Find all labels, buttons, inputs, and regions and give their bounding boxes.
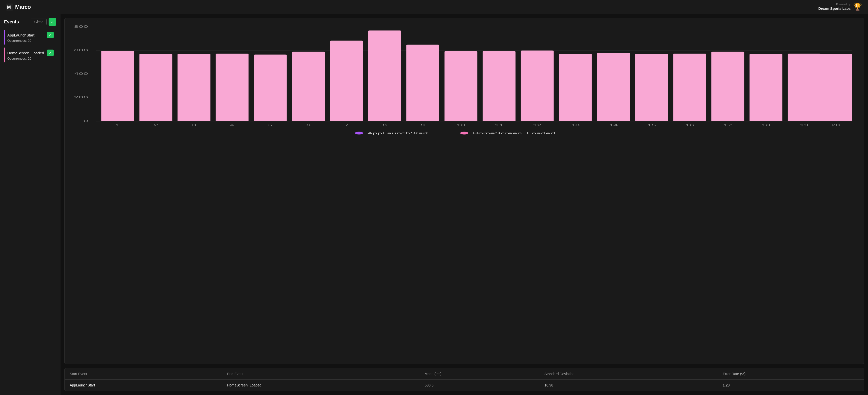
chart-svg: 800 600 400 200 0 <box>70 23 859 137</box>
svg-text:17: 17 <box>723 124 732 127</box>
svg-text:19: 19 <box>800 124 809 127</box>
svg-text:800: 800 <box>74 25 88 28</box>
col-header-mean: Mean (ms) <box>420 368 539 380</box>
col-header-start-event: Start Event <box>65 368 222 380</box>
legend-dot-applaunchstart <box>355 132 363 134</box>
svg-text:14: 14 <box>609 124 618 127</box>
events-title: Events <box>4 20 19 25</box>
bar-4 <box>216 54 249 121</box>
svg-text:18: 18 <box>762 124 770 127</box>
bar-9 <box>406 44 439 121</box>
event-item-header-homescreen: HomeScreen_Loaded ✓ <box>7 50 54 56</box>
powered-by-section: Powered by Dream Sports Labs 🏆 <box>818 2 862 11</box>
bar-3 <box>178 54 211 121</box>
svg-text:8: 8 <box>382 124 387 127</box>
event-checkbox-homescreen[interactable]: ✓ <box>47 50 54 56</box>
table-row: AppLaunchStart HomeScreen_Loaded 580.5 1… <box>65 380 864 391</box>
svg-text:13: 13 <box>571 124 580 127</box>
svg-text:20: 20 <box>831 124 840 127</box>
svg-text:16: 16 <box>685 124 694 127</box>
svg-text:M: M <box>7 5 11 10</box>
bar-17 <box>711 52 744 122</box>
legend-label-applaunchstart: AppLaunchStart <box>367 132 428 135</box>
svg-text:6: 6 <box>306 124 310 127</box>
svg-text:400: 400 <box>74 72 88 75</box>
powered-by-line2: Dream Sports Labs <box>818 6 850 11</box>
event-occurrences-homescreen: Occurrences: 20 <box>7 57 54 60</box>
svg-text:1: 1 <box>116 124 120 127</box>
event-item-homescreen: HomeScreen_Loaded ✓ Occurrences: 20 <box>4 47 56 62</box>
svg-text:0: 0 <box>83 119 88 123</box>
app-header: M Marco Powered by Dream Sports Labs 🏆 <box>0 0 868 14</box>
svg-text:200: 200 <box>74 96 88 99</box>
bar-1 <box>101 51 134 121</box>
col-header-end-event: End Event <box>222 368 420 380</box>
event-name-homescreen: HomeScreen_Loaded <box>7 51 44 55</box>
logo: M Marco <box>6 3 31 10</box>
bar-20 <box>819 54 852 121</box>
sidebar-actions: Clear ✓ <box>31 18 56 26</box>
logo-icon: M <box>6 3 13 10</box>
svg-text:600: 600 <box>74 48 88 52</box>
event-item-header: AppLaunchStart ✓ <box>7 32 54 38</box>
bar-13 <box>559 54 592 121</box>
legend-dot-homescreen <box>460 132 468 134</box>
table-header-row: Start Event End Event Mean (ms) Standard… <box>65 368 864 380</box>
bar-16 <box>673 54 706 121</box>
sidebar: Events Clear ✓ AppLaunchStart ✓ Occurren… <box>0 14 60 395</box>
bar-11 <box>483 51 516 121</box>
bar-5 <box>254 55 287 121</box>
powered-by-line1: Powered by <box>818 2 850 6</box>
main-layout: Events Clear ✓ AppLaunchStart ✓ Occurren… <box>0 14 868 395</box>
chart-container: 800 600 400 200 0 <box>64 18 864 364</box>
cell-std-dev: 16.98 <box>539 380 718 391</box>
svg-text:11: 11 <box>495 124 503 127</box>
svg-text:7: 7 <box>344 124 349 127</box>
confirm-button[interactable]: ✓ <box>49 18 56 26</box>
bar-8 <box>368 30 401 121</box>
bar-12 <box>521 51 554 121</box>
cell-mean: 580.5 <box>420 380 539 391</box>
svg-text:2: 2 <box>154 124 158 127</box>
trophy-icon: 🏆 <box>853 3 862 11</box>
svg-text:15: 15 <box>647 124 656 127</box>
svg-text:5: 5 <box>268 124 272 127</box>
col-header-std-dev: Standard Deviation <box>539 368 718 380</box>
logo-text: Marco <box>15 4 31 10</box>
bar-2 <box>140 54 173 121</box>
svg-text:3: 3 <box>192 124 196 127</box>
cell-start-event: AppLaunchStart <box>65 380 222 391</box>
stats-table: Start Event End Event Mean (ms) Standard… <box>65 368 864 391</box>
stats-table-container: Start Event End Event Mean (ms) Standard… <box>64 368 864 391</box>
svg-text:12: 12 <box>533 124 541 127</box>
bar-6 <box>292 52 325 122</box>
bar-18 <box>749 54 782 121</box>
event-checkbox-applaunchstart[interactable]: ✓ <box>47 32 54 38</box>
event-occurrences-applaunchstart: Occurrences: 20 <box>7 39 54 42</box>
content-area: 800 600 400 200 0 <box>60 14 868 395</box>
bar-7 <box>330 40 363 121</box>
cell-error-rate: 1.28 <box>718 380 864 391</box>
svg-text:9: 9 <box>421 124 425 127</box>
powered-by-text: Powered by Dream Sports Labs <box>818 2 850 11</box>
bar-15 <box>635 54 668 121</box>
legend-label-homescreen: HomeScreen_Loaded <box>472 132 555 135</box>
event-name-applaunchstart: AppLaunchStart <box>7 33 34 37</box>
event-item-applaunchstart: AppLaunchStart ✓ Occurrences: 20 <box>4 30 56 44</box>
svg-text:10: 10 <box>457 124 465 127</box>
bar-19 <box>788 54 821 121</box>
clear-button[interactable]: Clear <box>31 19 46 25</box>
sidebar-header: Events Clear ✓ <box>4 18 56 26</box>
svg-text:4: 4 <box>230 124 234 127</box>
cell-end-event: HomeScreen_Loaded <box>222 380 420 391</box>
bar-14 <box>597 53 630 121</box>
bar-10 <box>444 51 477 121</box>
col-header-error-rate: Error Rate (%) <box>718 368 864 380</box>
